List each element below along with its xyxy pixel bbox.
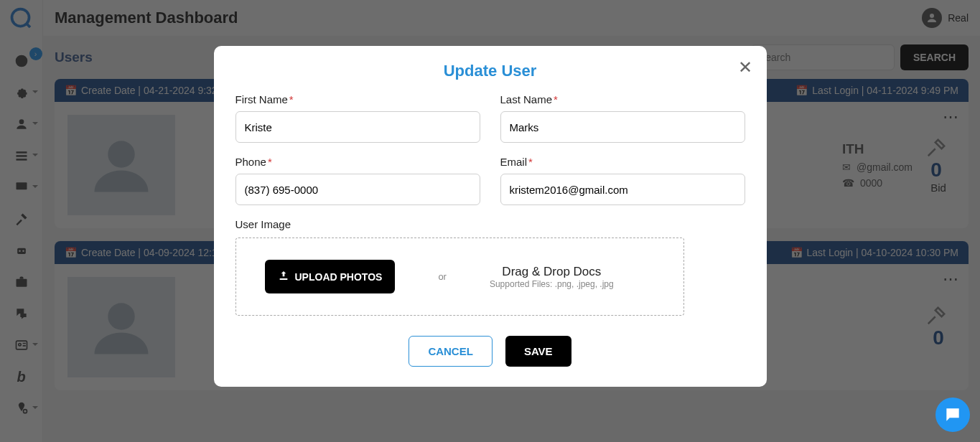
drop-sub-text: Supported Files: .png, .jpeg, .jpg xyxy=(490,279,614,289)
save-button[interactable]: SAVE xyxy=(505,336,571,367)
upload-photos-button[interactable]: UPLOAD PHOTOS xyxy=(265,260,396,293)
or-text: or xyxy=(438,271,447,282)
email-label: Email* xyxy=(500,156,745,168)
user-image-label: User Image xyxy=(235,218,745,230)
phone-label: Phone* xyxy=(235,156,480,168)
first-name-input[interactable] xyxy=(235,111,480,143)
close-icon[interactable]: ✕ xyxy=(738,59,752,76)
last-name-input[interactable] xyxy=(500,111,745,143)
email-input[interactable] xyxy=(500,174,745,205)
first-name-label: First Name* xyxy=(235,93,480,105)
svg-rect-17 xyxy=(279,278,287,280)
chat-widget-icon[interactable] xyxy=(935,398,970,432)
upload-icon xyxy=(278,270,289,283)
modal-title: Update User xyxy=(235,62,745,80)
modal-overlay: ✕ Update User First Name* Last Name* Pho… xyxy=(0,0,980,442)
drop-main-text: Drag & Drop Docs xyxy=(490,265,614,279)
cancel-button[interactable]: CANCEL xyxy=(409,336,493,367)
last-name-label: Last Name* xyxy=(500,93,745,105)
upload-dropzone[interactable]: UPLOAD PHOTOS or Drag & Drop Docs Suppor… xyxy=(235,238,684,316)
update-user-modal: ✕ Update User First Name* Last Name* Pho… xyxy=(214,46,767,387)
phone-input[interactable] xyxy=(235,174,480,205)
